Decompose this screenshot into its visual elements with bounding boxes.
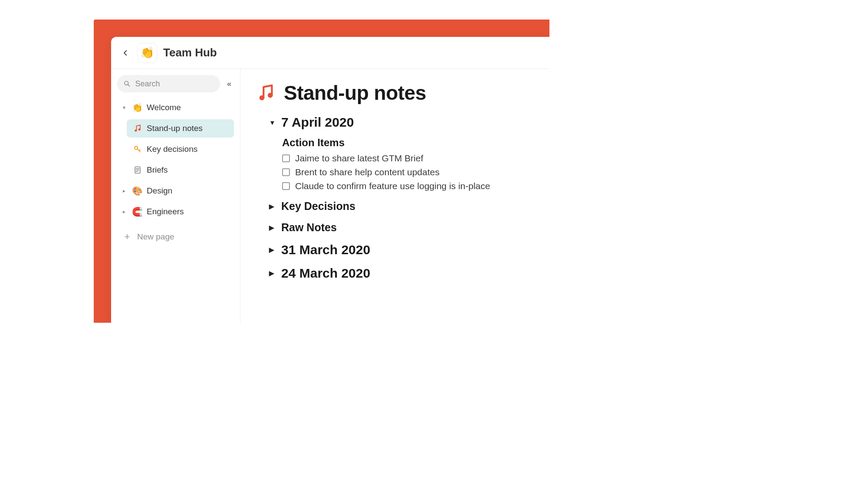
workspace-title: Team Hub	[163, 46, 217, 59]
new-page-label: New page	[137, 232, 174, 242]
page-title: Stand-up notes	[284, 81, 426, 105]
chevron-down-icon: ▾	[121, 105, 128, 111]
sidebar-item-briefs[interactable]: Briefs	[127, 161, 234, 179]
sidebar-item-design[interactable]: ▸ 🎨 Design	[117, 182, 234, 200]
titlebar: 👏 Team Hub	[111, 37, 549, 69]
toggle-raw-notes: Raw Notes	[269, 221, 534, 234]
search-icon	[123, 79, 131, 88]
sidebar-item-label: Stand-up notes	[147, 124, 230, 133]
back-button[interactable]	[120, 47, 131, 59]
toggle-7-april-2020: 7 April 2020 Action Items Jaime to share…	[269, 115, 534, 191]
triangle-down-icon	[269, 119, 276, 126]
sidebar-item-key-decisions[interactable]: Key decisions	[127, 140, 234, 158]
todo-text: Claude to confirm feature use logging is…	[295, 181, 490, 191]
todo-text: Brent to share help content updates	[295, 167, 440, 177]
toggle-title: Raw Notes	[281, 221, 337, 234]
magnet-icon: 🧲	[132, 206, 142, 217]
workspace-icon[interactable]: 👏	[137, 43, 157, 63]
todo-item[interactable]: Jaime to share latest GTM Brief	[282, 153, 534, 164]
toggle-header[interactable]: 7 April 2020	[269, 115, 534, 130]
plus-icon: +	[122, 231, 132, 242]
app-window: 👏 Team Hub « ▾ 👏	[111, 37, 549, 323]
sidebar-item-label: Engineers	[147, 207, 230, 216]
toggle-title: 24 March 2020	[281, 266, 370, 281]
todo-text: Jaime to share latest GTM Brief	[295, 153, 423, 164]
section-heading: Action Items	[282, 137, 534, 149]
toggle-header[interactable]: 31 March 2020	[269, 242, 534, 257]
toggle-31-march-2020: 31 March 2020	[269, 242, 534, 257]
palette-icon: 🎨	[132, 186, 142, 196]
toggle-title: 31 March 2020	[281, 242, 370, 257]
toggle-24-march-2020: 24 March 2020	[269, 266, 534, 281]
sidebar-item-label: Welcome	[147, 103, 230, 112]
chevron-right-icon: ▸	[121, 188, 128, 194]
search-input[interactable]	[135, 79, 214, 88]
key-icon	[133, 144, 142, 154]
todo-item[interactable]: Brent to share help content updates	[282, 167, 534, 177]
clap-icon: 👏	[132, 102, 142, 113]
action-items-section: Action Items Jaime to share latest GTM B…	[282, 137, 534, 191]
clap-icon: 👏	[140, 46, 154, 59]
toggle-title: 7 April 2020	[281, 115, 354, 130]
triangle-right-icon	[269, 269, 276, 277]
todo-item[interactable]: Claude to confirm feature use logging is…	[282, 181, 534, 191]
toggle-key-decisions: Key Decisions	[269, 200, 534, 213]
sidebar-item-label: Briefs	[147, 165, 230, 175]
new-page-button[interactable]: + New page	[117, 228, 234, 246]
toggle-header[interactable]: Key Decisions	[269, 200, 534, 213]
sidebar-item-welcome[interactable]: ▾ 👏 Welcome	[117, 98, 234, 117]
toggle-header[interactable]: Raw Notes	[269, 221, 534, 234]
triangle-right-icon	[269, 224, 276, 232]
doc-icon	[133, 165, 142, 175]
app-frame: 👏 Team Hub « ▾ 👏	[94, 20, 549, 323]
sidebar-item-standup-notes[interactable]: Stand-up notes	[127, 119, 234, 138]
chevron-left-icon	[122, 49, 129, 57]
sidebar-item-label: Design	[147, 186, 230, 196]
checkbox[interactable]	[282, 168, 290, 176]
chevron-right-icon: ▸	[121, 209, 128, 215]
page-content: Stand-up notes 7 April 2020 Action Items…	[240, 69, 549, 323]
sidebar-item-engineers[interactable]: ▸ 🧲 Engineers	[117, 203, 234, 221]
toggle-title: Key Decisions	[281, 200, 355, 213]
sidebar: « ▾ 👏 Welcome Stand-up notes	[111, 69, 240, 323]
checkbox[interactable]	[282, 182, 290, 190]
triangle-right-icon	[269, 246, 276, 254]
music-icon	[256, 83, 276, 103]
checkbox[interactable]	[282, 154, 290, 162]
collapse-sidebar-button[interactable]: «	[224, 79, 234, 88]
triangle-right-icon	[269, 203, 276, 210]
toggle-header[interactable]: 24 March 2020	[269, 266, 534, 281]
search-box[interactable]	[117, 75, 220, 92]
music-icon	[133, 124, 142, 133]
sidebar-item-label: Key decisions	[147, 144, 230, 154]
chevrons-left-icon: «	[227, 79, 231, 88]
